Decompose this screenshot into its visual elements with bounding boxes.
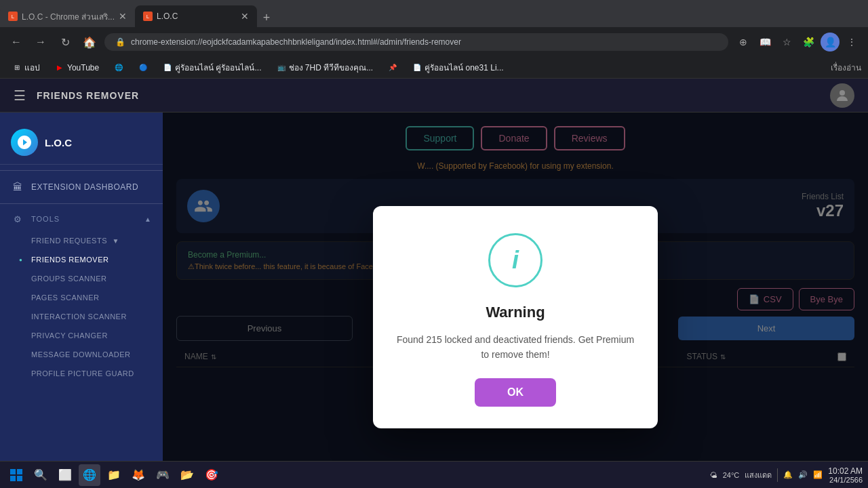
bookmark-kuroai[interactable]: 📄 คู่รัออนไลน์ คู่รัออนไลน์... xyxy=(157,60,267,75)
sidebar: L.O.C 🏛 EXTENSION DASHBOARD ⚙ TOOLS ▲ FR… xyxy=(0,113,163,488)
browser-chrome: L L.O.C - Chrome ส่วนเสริ... ✕ L L.O.C ✕… xyxy=(0,0,868,79)
header-avatar[interactable] xyxy=(830,83,854,108)
sidebar-divider-1 xyxy=(0,170,163,171)
tools-icon: ⚙ xyxy=(11,212,24,226)
sidebar-item-friend-requests[interactable]: FRIEND REQUESTS ▼ xyxy=(0,231,163,250)
translate-icon[interactable]: ⊕ xyxy=(734,33,753,52)
tab-label-2: L.O.C xyxy=(157,12,178,21)
sidebar-item-message-downloader[interactable]: MESSAGE DOWNLOADER xyxy=(0,345,163,364)
bookmark-youtube-label: YouTube xyxy=(67,63,99,73)
bookmarks-bar: ⊞ แอป ▶ YouTube 🌐 🔵 📄 คู่รัออนไลน์ คู่รั… xyxy=(0,57,868,79)
taskbar-clock[interactable]: 10:02 AM 24/1/2566 xyxy=(828,466,863,484)
back-button[interactable]: ← xyxy=(7,33,26,52)
tab-close-1[interactable]: ✕ xyxy=(119,11,127,22)
taskbar: 🔍 ⬜ 🌐 📁 🦊 🎮 📂 🎯 🌤 24°C แสงแดด 🔔 🔊 📶 10:0… xyxy=(0,461,868,488)
sidebar-item-friends-remover-label: FRIENDS REMOVER xyxy=(31,256,108,264)
extension-icon[interactable]: 🧩 xyxy=(799,33,818,52)
bookmark-3[interactable]: 🌐 xyxy=(108,62,129,74)
new-tab-button[interactable]: + xyxy=(257,8,276,27)
taskbar-temp: 24°C xyxy=(723,471,740,479)
taskbar-icon-2[interactable]: 📁 xyxy=(103,464,125,486)
profile-icon xyxy=(11,129,38,156)
taskbar-search[interactable]: 🔍 xyxy=(30,464,52,486)
taskbar-chrome[interactable]: 🌐 xyxy=(79,464,100,486)
sidebar-item-extension-dashboard[interactable]: 🏛 EXTENSION DASHBOARD xyxy=(0,174,163,201)
sidebar-item-pages-scanner-label: PAGES SCANNER xyxy=(31,293,99,302)
refresh-button[interactable]: ↻ xyxy=(56,33,75,52)
bookmark-apps[interactable]: ⊞ แอป xyxy=(7,60,45,75)
dashboard-icon: 🏛 xyxy=(11,180,24,194)
app-header: ☰ FRIENDS REMOVER xyxy=(0,79,868,113)
bookmark-ch7[interactable]: 📺 ช่อง 7HD ทีวีทีของคุณ... xyxy=(271,60,379,75)
profile-name: L.O.C xyxy=(45,137,72,148)
bookmark-6[interactable]: 📌 xyxy=(382,62,403,74)
modal-icon-label: i xyxy=(512,246,519,274)
sidebar-section-tools-label: TOOLS xyxy=(31,215,60,223)
taskbar-task-view[interactable]: ⬜ xyxy=(54,464,76,486)
warning-modal: i Warning Found 215 locked and deactivat… xyxy=(373,206,658,429)
taskbar-speaker[interactable]: 🔊 xyxy=(798,470,808,479)
sidebar-item-interaction-scanner[interactable]: INTERACTION SCANNER xyxy=(0,307,163,326)
sidebar-item-pages-scanner[interactable]: PAGES SCANNER xyxy=(0,288,163,307)
svg-rect-4 xyxy=(17,476,22,481)
taskbar-network[interactable]: 📶 xyxy=(813,470,823,479)
taskbar-icon-3[interactable]: 🦊 xyxy=(127,464,149,486)
modal-body: Found 215 locked and deactivated friends… xyxy=(395,332,636,363)
taskbar-weather-label: แสงแดด xyxy=(745,469,772,481)
profile-icon[interactable]: 👤 xyxy=(821,33,840,52)
friend-requests-arrow: ▼ xyxy=(113,237,119,245)
sidebar-item-groups-scanner[interactable]: GROUPS SCANNER xyxy=(0,269,163,288)
home-button[interactable]: 🏠 xyxy=(80,33,99,52)
taskbar-start[interactable] xyxy=(5,464,27,486)
modal-title: Warning xyxy=(395,304,636,321)
sidebar-profile: L.O.C xyxy=(0,121,163,165)
bookmark-one31[interactable]: 📄 คู่รัออนไลน์ one31 Li... xyxy=(407,60,509,75)
app-title: FRIENDS REMOVER xyxy=(37,90,139,101)
svg-rect-3 xyxy=(10,476,16,481)
bookmark-3-favicon: 🌐 xyxy=(114,63,123,73)
ch7-favicon: 📺 xyxy=(277,63,286,73)
svg-rect-2 xyxy=(17,469,22,474)
youtube-favicon: ▶ xyxy=(55,63,64,73)
sidebar-item-friends-remover[interactable]: FRIENDS REMOVER xyxy=(0,250,163,269)
url-bar[interactable]: 🔒 chrome-extension://eojdckfcadamkapabec… xyxy=(104,33,728,51)
tab-favicon-1: L xyxy=(8,12,18,21)
bookmark-apps-label: แอป xyxy=(24,61,40,74)
bookmark-ch7-label: ช่อง 7HD ทีวีทีของคุณ... xyxy=(289,61,374,74)
bookmark-4[interactable]: 🔵 xyxy=(133,62,153,74)
sidebar-section-tools[interactable]: ⚙ TOOLS ▲ xyxy=(0,207,163,231)
sidebar-item-friend-requests-label: FRIEND REQUESTS xyxy=(31,237,107,245)
taskbar-notification[interactable]: 🔔 xyxy=(783,470,793,479)
bookmark-icon[interactable]: ☆ xyxy=(777,33,796,52)
sidebar-item-privacy-changer-label: PRIVACY CHANGER xyxy=(31,331,108,340)
sidebar-divider-2 xyxy=(0,203,163,204)
sidebar-item-interaction-scanner-label: INTERACTION SCANNER xyxy=(31,312,127,321)
reader-icon[interactable]: 📖 xyxy=(755,33,774,52)
taskbar-icon-4[interactable]: 🎮 xyxy=(152,464,174,486)
bookmark-youtube[interactable]: ▶ YouTube xyxy=(50,62,104,74)
sidebar-item-privacy-changer[interactable]: PRIVACY CHANGER xyxy=(0,326,163,345)
modal-info-icon: i xyxy=(488,233,542,287)
taskbar-icon-5[interactable]: 📂 xyxy=(176,464,198,486)
modal-overlay: i Warning Found 215 locked and deactivat… xyxy=(163,113,868,488)
reading-list[interactable]: เรื่องอ่าน xyxy=(831,61,861,74)
tab-close-2[interactable]: ✕ xyxy=(241,11,249,22)
sidebar-item-profile-picture-guard-label: PROFILE PICTURE GUARD xyxy=(31,369,134,378)
menu-icon[interactable]: ⋮ xyxy=(842,33,861,52)
address-bar: ← → ↻ 🏠 🔒 chrome-extension://eojdckfcada… xyxy=(0,27,868,57)
svg-point-0 xyxy=(840,90,845,96)
bookmark-4-favicon: 🔵 xyxy=(138,63,148,73)
apps-favicon: ⊞ xyxy=(12,63,22,73)
tab-2[interactable]: L L.O.C ✕ xyxy=(135,5,257,27)
hamburger-button[interactable]: ☰ xyxy=(14,87,26,104)
bar-icons: ⊕ 📖 ☆ 🧩 👤 ⋮ xyxy=(734,33,861,52)
lock-icon: 🔒 xyxy=(115,37,125,47)
forward-button[interactable]: → xyxy=(31,33,50,52)
sidebar-item-profile-picture-guard[interactable]: PROFILE PICTURE GUARD xyxy=(0,364,163,383)
taskbar-icon-6[interactable]: 🎯 xyxy=(201,464,222,486)
kuroai-favicon: 📄 xyxy=(163,63,172,73)
modal-ok-button[interactable]: OK xyxy=(475,378,556,407)
tab-1[interactable]: L L.O.C - Chrome ส่วนเสริ... ✕ xyxy=(0,5,135,27)
tools-collapse-icon: ▲ xyxy=(144,216,152,223)
tab-favicon-2: L xyxy=(143,12,153,21)
